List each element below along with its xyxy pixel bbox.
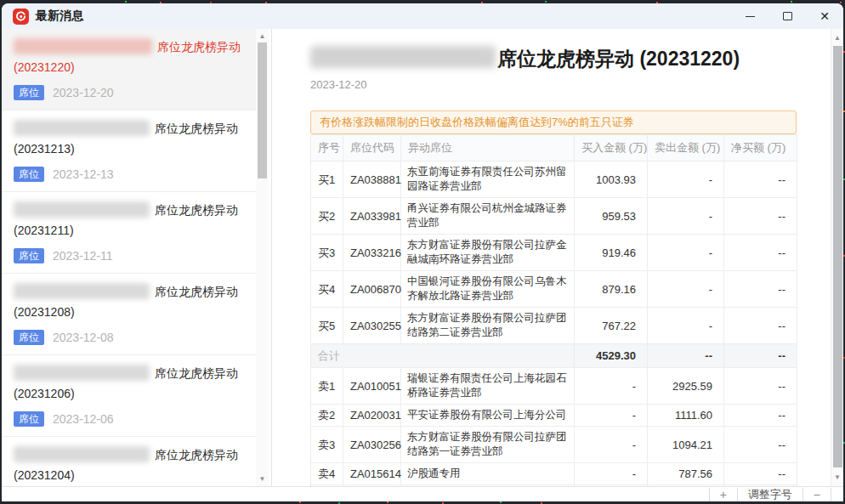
- table-row[interactable]: 卖2 ZA020031 平安证券股份有限公司上海分公司 - 1111.60 --: [311, 405, 797, 427]
- cell-buy-amount: -: [575, 427, 648, 463]
- sidebar-item[interactable]: 席位龙虎榜异动 (20231213) 席位 2023-12-13: [2, 110, 256, 192]
- cell-net-amount: --: [724, 463, 797, 485]
- cell-seq: 买3: [311, 235, 343, 271]
- article-title-text: 席位龙虎榜异动 (20231220): [497, 48, 740, 70]
- sidebar-list: 席位龙虎榜异动 (20231220) 席位 2023-12-20 席位龙虎榜异动…: [2, 29, 256, 486]
- table-row[interactable]: 买1 ZA038881 东亚前海证券有限责任公司苏州留园路证券营业部 1003.…: [311, 161, 797, 198]
- cell-sell-amount: -: [648, 271, 724, 308]
- cell-seat-code: ZA020031: [343, 405, 401, 427]
- table-body: 买1 ZA038881 东亚前海证券有限责任公司苏州留园路证券营业部 1003.…: [311, 161, 797, 487]
- scroll-up-icon[interactable]: ▲: [831, 34, 843, 42]
- font-decrease-button[interactable]: −: [802, 488, 831, 501]
- cell-seat-code: ZA030256: [343, 427, 401, 463]
- background-pixels-bottom: [0, 501, 2, 503]
- cell-sell-amount: 787.56: [648, 463, 724, 485]
- table-total-row: 合计 4529.30 -- --: [311, 344, 797, 368]
- cell-seat-code: ZA033216: [343, 235, 401, 271]
- table-row[interactable]: 卖3 ZA030256 东方财富证券股份有限公司拉萨团结路第一证券营业部 - 1…: [311, 427, 797, 463]
- titlebar: 最新消息 ✕: [2, 3, 843, 29]
- cell-sell-amount: 2925.59: [648, 368, 724, 405]
- redacted-stock-name: [14, 365, 150, 381]
- cell-seat-name: 东方财富证券股份有限公司拉萨团结路第一证券营业部: [401, 427, 575, 463]
- cell-seat-code: ZA033981: [343, 198, 401, 235]
- redacted-stock-name: [310, 46, 496, 68]
- sidebar-item[interactable]: 席位龙虎榜异动 (20231211) 席位 2023-12-11: [2, 192, 256, 274]
- cell-seat-code: ZA038881: [343, 161, 401, 198]
- cell-seq: 买1: [311, 161, 343, 198]
- cell-net-amount: --: [724, 368, 797, 405]
- seat-badge: 席位: [14, 248, 44, 263]
- table-row[interactable]: 卖4 ZA015614 沪股通专用 - 787.56 --: [311, 463, 797, 485]
- sidebar-scrollbar-thumb[interactable]: [258, 42, 267, 178]
- sidebar-item[interactable]: 席位龙虎榜异动 (20231204) 席位 2023-12-04: [2, 437, 256, 486]
- cell-net-amount: --: [724, 427, 797, 463]
- cell-net-amount: --: [724, 271, 797, 308]
- cell-sell-amount: -: [648, 161, 724, 198]
- cell-sell-amount: -: [648, 198, 724, 235]
- redacted-stock-name: [14, 120, 150, 136]
- table-row[interactable]: 买5 ZA030255 东方财富证券股份有限公司拉萨团结路第二证券营业部 767…: [311, 308, 797, 344]
- main-content: 席位龙虎榜异动 (20231220) 2023-12-20 有价格涨跌幅限制的日…: [273, 29, 830, 486]
- cell-buy-amount: -: [575, 463, 648, 485]
- message-sidebar: 席位龙虎榜异动 (20231220) 席位 2023-12-20 席位龙虎榜异动…: [2, 29, 272, 486]
- scroll-down-icon[interactable]: ▼: [831, 473, 843, 481]
- col-header-seq: 序号: [311, 135, 343, 161]
- main-scrollbar-thumb[interactable]: [833, 46, 842, 467]
- cell-sell-amount: 1094.21: [648, 427, 724, 463]
- font-increase-button[interactable]: +: [709, 488, 737, 501]
- cell-net-amount: --: [724, 235, 797, 271]
- app-body: 席位龙虎榜异动 (20231220) 席位 2023-12-20 席位龙虎榜异动…: [2, 29, 843, 486]
- sidebar-item-date: 2023-12-20: [53, 86, 114, 99]
- cell-seq: 卖2: [311, 405, 343, 427]
- redacted-stock-name: [14, 283, 150, 299]
- cell-net-amount: --: [724, 198, 797, 235]
- table-row[interactable]: 卖1 ZA010051 瑞银证券有限责任公司上海花园石桥路证券营业部 - 292…: [311, 368, 797, 405]
- cell-seat-name: 平安证券股份有限公司上海分公司: [401, 405, 575, 427]
- cell-seq: 买4: [311, 271, 343, 308]
- seat-table: 序号 席位代码 异动席位 买入金额 (万) 卖出金额 (万) 净买额 (万) 买…: [310, 134, 797, 486]
- sidebar-item-date: 2023-12-11: [53, 249, 113, 263]
- seat-badge: 席位: [14, 167, 44, 182]
- close-button[interactable]: ✕: [806, 3, 843, 29]
- cell-buy-amount: -: [575, 405, 648, 427]
- sidebar-item[interactable]: 席位龙虎榜异动 (20231206) 席位 2023-12-06: [2, 355, 256, 437]
- maximize-button[interactable]: [768, 3, 806, 29]
- cell-seq: 买5: [311, 308, 343, 344]
- sidebar-item[interactable]: 席位龙虎榜异动 (20231208) 席位 2023-12-08: [2, 274, 256, 355]
- font-size-label: 调整字号: [737, 488, 802, 501]
- cell-seq: 卖3: [311, 427, 343, 463]
- cell-seat-name: 甬兴证券有限公司杭州金城路证券营业部: [401, 198, 575, 235]
- redacted-stock-name: [14, 446, 150, 462]
- table-row[interactable]: 买4 ZA006870 中国银河证券股份有限公司乌鲁木齐解放北路证券营业部 87…: [311, 271, 797, 308]
- col-header-net-amount: 净买额 (万): [724, 135, 797, 161]
- cell-buy-amount: 919.46: [575, 235, 648, 271]
- cell-seat-name: 东亚前海证券有限责任公司苏州留园路证券营业部: [401, 161, 575, 198]
- cell-seq: 买2: [311, 198, 343, 235]
- scroll-down-icon[interactable]: ▼: [256, 475, 269, 483]
- app-window: 最新消息 ✕ 席位龙虎榜异动 (20231220) 席位 2023-12-20 …: [2, 3, 843, 501]
- cell-seat-name: 东方财富证券股份有限公司拉萨金融城南环路证券营业部: [401, 235, 575, 271]
- sidebar-item-date: 2023-12-13: [53, 167, 114, 181]
- scroll-up-icon[interactable]: ▲: [256, 32, 269, 40]
- sidebar-item-date: 2023-12-06: [53, 412, 114, 426]
- cell-buy-amount: 767.22: [575, 308, 648, 344]
- close-icon: ✕: [819, 10, 830, 22]
- eastmoney-logo-icon: [13, 8, 29, 25]
- cell-buy-amount: 4529.30: [575, 344, 648, 368]
- cell-seat-name: 沪股通专用: [401, 463, 575, 485]
- sidebar-item[interactable]: 席位龙虎榜异动 (20231220) 席位 2023-12-20: [2, 29, 256, 110]
- sidebar-item-date: 2023-12-08: [53, 331, 114, 344]
- table-row[interactable]: 买3 ZA033216 东方财富证券股份有限公司拉萨金融城南环路证券营业部 91…: [311, 235, 797, 271]
- minimize-button[interactable]: [731, 3, 768, 29]
- cell-seq: 卖4: [311, 463, 343, 485]
- cell-seat-code: ZA006870: [343, 271, 401, 308]
- cell-net-amount: --: [724, 405, 797, 427]
- table-row[interactable]: 买2 ZA033981 甬兴证券有限公司杭州金城路证券营业部 959.53 - …: [311, 198, 797, 235]
- cell-sell-amount: -: [648, 235, 724, 271]
- sidebar-scrollbar[interactable]: ▲ ▼: [256, 29, 269, 486]
- footer-bar: + 调整字号 −: [2, 486, 843, 501]
- main-scrollbar[interactable]: ▲ ▼: [831, 29, 843, 486]
- redacted-stock-name: [14, 38, 152, 54]
- cell-net-amount: --: [724, 344, 797, 368]
- maximize-icon: [783, 12, 792, 20]
